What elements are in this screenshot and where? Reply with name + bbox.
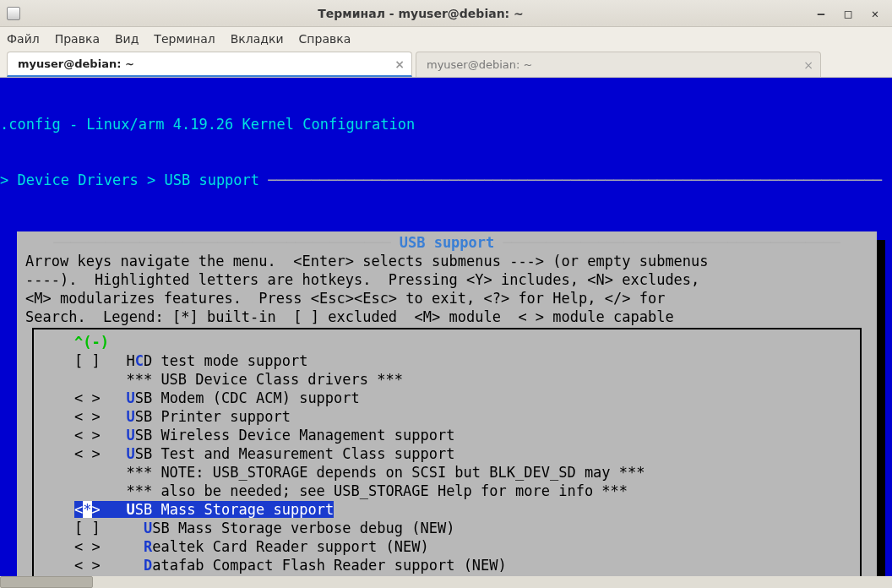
tab-2-label: myuser@debian: ~ — [427, 58, 532, 71]
opt-usb-modem[interactable]: < > USB Modem (CDC ACM) support — [34, 389, 860, 407]
tab-2-close-icon[interactable]: × — [803, 58, 813, 72]
tabbar: myuser@debian: ~ × myuser@debian: ~ × — [0, 51, 892, 78]
close-button[interactable]: ✕ — [868, 7, 882, 20]
menu-file[interactable]: Файл — [7, 32, 40, 46]
breadcrumb-row: > Device Drivers > USB support ─────────… — [0, 171, 887, 189]
menubar: Файл Правка Вид Терминал Вкладки Справка — [0, 27, 892, 51]
opt-usb-wireless[interactable]: < > USB Wireless Device Management suppo… — [34, 426, 860, 444]
scrollbar-thumb[interactable] — [0, 576, 93, 588]
tab-2[interactable]: myuser@debian: ~ × — [416, 52, 821, 77]
menu-view[interactable]: Вид — [115, 32, 139, 46]
tab-1-label: myuser@debian: ~ — [18, 57, 134, 70]
menu-tabs[interactable]: Вкладки — [231, 32, 284, 46]
menu-edit[interactable]: Правка — [55, 32, 100, 46]
breadcrumb: Device Drivers > USB support — [17, 172, 268, 188]
maximize-button[interactable]: □ — [841, 7, 855, 20]
opt-note-1: *** NOTE: USB_STORAGE depends on SCSI bu… — [34, 463, 860, 482]
minimize-button[interactable]: – — [814, 7, 828, 20]
app-icon — [7, 7, 20, 20]
opt-usb-test-measure[interactable]: < > USB Test and Measurement Class suppo… — [34, 444, 860, 463]
menu-help[interactable]: Справка — [299, 32, 351, 46]
window-titlebar: Терминал - myuser@debian: ~ – □ ✕ — [0, 0, 892, 27]
dialog-title-row: ─────────────────────────────────────── … — [19, 233, 875, 252]
opt-datafab[interactable]: < > Datafab Compact Flash Reader support… — [34, 556, 860, 574]
window-title: Терминал - myuser@debian: ~ — [27, 7, 814, 20]
opt-realtek[interactable]: < > Realtek Card Reader support (NEW) — [34, 537, 860, 556]
opt-usb-printer[interactable]: < > USB Printer support — [34, 407, 860, 426]
horizontal-scrollbar[interactable] — [0, 576, 892, 588]
opt-usb-mass-storage[interactable]: <*> USB Mass Storage support — [34, 500, 860, 519]
config-dialog: ─────────────────────────────────────── … — [17, 231, 877, 588]
opt-hcd-test-mode[interactable]: [ ] HCD test mode support — [34, 351, 860, 370]
config-header: .config - Linux/arm 4.19.26 Kernel Confi… — [0, 115, 887, 133]
tab-1[interactable]: myuser@debian: ~ × — [7, 52, 412, 77]
opt-note-2: *** also be needed; see USB_STORAGE Help… — [34, 482, 860, 500]
tab-1-close-icon[interactable]: × — [394, 57, 405, 71]
opt-header-device-class: *** USB Device Class drivers *** — [34, 370, 860, 389]
options-list[interactable]: ^(-) [ ] HCD test mode support *** USB D… — [32, 328, 862, 588]
help-text: Arrow keys navigate the menu. <Enter> se… — [19, 252, 875, 326]
scroll-up-indicator: ^(-) — [34, 333, 860, 351]
terminal[interactable]: .config - Linux/arm 4.19.26 Kernel Confi… — [0, 78, 892, 588]
opt-usb-mass-verbose[interactable]: [ ] USB Mass Storage verbose debug (NEW) — [34, 519, 860, 537]
menu-terminal[interactable]: Терминал — [154, 32, 215, 46]
dialog-title: USB support — [390, 234, 503, 251]
